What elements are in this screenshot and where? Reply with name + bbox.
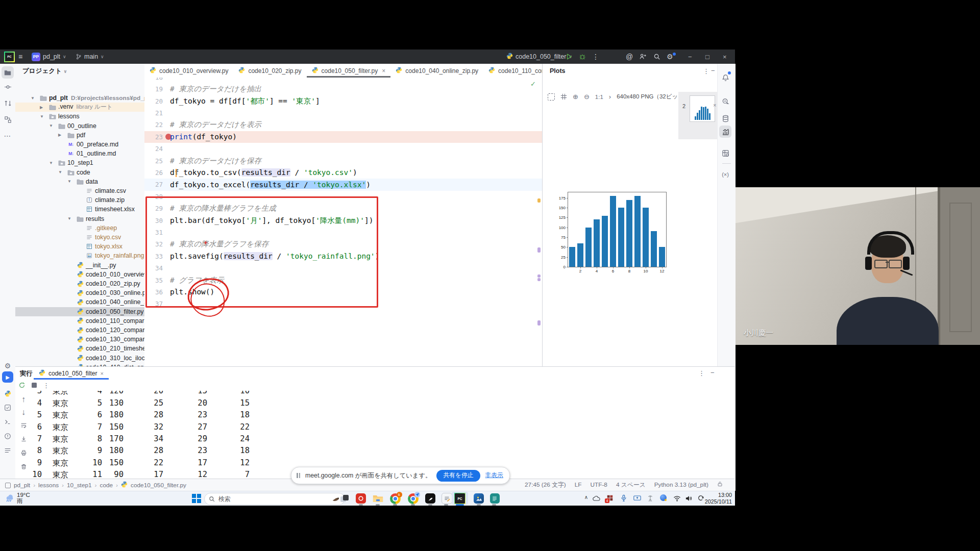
tree-item-code10_050_filter.py[interactable]: code10_050_filter.py bbox=[15, 307, 144, 316]
project-panel-title[interactable]: プロジェクト ∨ bbox=[22, 67, 67, 76]
tree-item-code10_310_loc_iloc.py[interactable]: code10_310_loc_iloc.py bbox=[15, 354, 144, 363]
readonly-lock-icon[interactable] bbox=[717, 481, 723, 487]
indent-style[interactable]: 4 スペース bbox=[616, 481, 646, 489]
python-console-tool-icon[interactable] bbox=[2, 387, 14, 399]
security-tray-icon[interactable]: 4 bbox=[606, 494, 614, 502]
code-line-24[interactable]: 24 bbox=[144, 143, 542, 155]
structure-tool-icon[interactable] bbox=[2, 113, 14, 126]
stop-sharing-button[interactable]: 共有を停止 bbox=[436, 470, 480, 482]
terminal-tool-icon[interactable] bbox=[2, 416, 14, 428]
chrome-profile1-icon[interactable]: k bbox=[388, 493, 402, 504]
scroll-down-icon[interactable]: ↓ bbox=[18, 408, 29, 417]
tree-item-pd_plt[interactable]: ▼pd_pltD:¥projects¥lessons¥pd_plt bbox=[15, 93, 144, 103]
tree-item-10_step1[interactable]: ▼10_step1 bbox=[15, 158, 144, 167]
tree-item-lessons[interactable]: ▼lessons bbox=[15, 112, 144, 121]
chevron-down-icon[interactable]: ▼ bbox=[40, 114, 44, 119]
file-encoding[interactable]: UTF-8 bbox=[590, 481, 607, 489]
weather-widget[interactable]: 19°C雨 bbox=[4, 492, 30, 504]
run-hide-icon[interactable]: − bbox=[710, 369, 715, 377]
services-tool-icon[interactable] bbox=[2, 402, 14, 414]
black-app-icon[interactable] bbox=[424, 493, 437, 504]
sciview-table-icon[interactable] bbox=[719, 147, 731, 159]
tree-item-00_outline[interactable]: ▼00_outline bbox=[15, 121, 144, 131]
zoom-actual-size[interactable]: 1:1 bbox=[595, 94, 603, 100]
print-icon[interactable] bbox=[18, 449, 29, 456]
chrome-profile2-icon[interactable] bbox=[406, 493, 420, 504]
screenshare-tray-icon[interactable] bbox=[633, 494, 641, 504]
database-icon[interactable] bbox=[719, 112, 731, 124]
file-explorer-icon[interactable] bbox=[371, 493, 384, 504]
scroll-up-icon[interactable]: ↑ bbox=[18, 395, 29, 404]
scroll-to-end-icon[interactable] bbox=[18, 436, 29, 442]
tree-item-climate.csv[interactable]: climate.csv bbox=[15, 186, 144, 195]
inspection-ok-icon[interactable]: ✓ bbox=[530, 80, 536, 88]
tree-item-code10_210_timesheet.py[interactable]: code10_210_timesheet.py bbox=[15, 344, 144, 353]
run-tab[interactable]: code10_050_filter × bbox=[34, 367, 109, 380]
problems-tool-icon[interactable] bbox=[2, 430, 14, 442]
tree-item-tokyo.csv[interactable]: tokyo.csv bbox=[15, 233, 144, 242]
notes-app-icon[interactable] bbox=[488, 493, 501, 504]
tree-item-code10_040_online_zip.py[interactable]: code10_040_online_zip.py bbox=[15, 297, 144, 307]
tree-item-data[interactable]: ▼data bbox=[15, 177, 144, 186]
window-minimize-button[interactable]: − bbox=[688, 49, 692, 64]
project-tool-icon[interactable] bbox=[2, 66, 14, 79]
hide-bar-link[interactable]: 非表示 bbox=[485, 471, 503, 480]
breadcrumb-item[interactable]: code10_050_filter.py bbox=[131, 482, 186, 489]
editor-tab-code10_040_online_zip.py[interactable]: code10_040_online_zip.py bbox=[390, 64, 483, 78]
project-widget[interactable]: PP pd_plt ∨ bbox=[32, 49, 66, 64]
main-menu-icon[interactable]: ≡ bbox=[18, 49, 22, 64]
clear-console-icon[interactable] bbox=[18, 463, 29, 470]
chevron-down-icon[interactable]: ▼ bbox=[31, 96, 35, 101]
tree-item-code10_110_compare_2_cities.py[interactable]: code10_110_compare_2_cities.py bbox=[15, 316, 144, 325]
tree-item-code10_030_online.py[interactable]: code10_030_online.py bbox=[15, 288, 144, 297]
tree-item-__init__.py[interactable]: __init__.py bbox=[15, 261, 144, 270]
tree-item-code10_120_compare_4_cities.py[interactable]: code10_120_compare_4_cities.py bbox=[15, 325, 144, 335]
breadcrumb-item[interactable]: code bbox=[100, 482, 113, 489]
plots-tool-icon[interactable] bbox=[719, 126, 731, 138]
microphone-tray-icon[interactable] bbox=[621, 494, 627, 504]
breadcrumb-item[interactable]: lessons bbox=[38, 482, 59, 489]
soft-wrap-icon[interactable] bbox=[18, 422, 29, 429]
code-line-22[interactable]: 22# 東京のデータだけを表示 bbox=[144, 119, 542, 131]
plots-hide-icon[interactable]: − bbox=[711, 67, 715, 74]
tree-item-00_preface.md[interactable]: M↓00_preface.md bbox=[15, 140, 144, 149]
tray-clock[interactable]: 13:002025/10/11 bbox=[705, 492, 732, 505]
breadcrumb-item[interactable]: pd_plt bbox=[14, 482, 30, 489]
plot-thumbnail[interactable] bbox=[690, 95, 715, 122]
tree-item-code10_410_dict_and_json.py[interactable]: code10_410_dict_and_json.py bbox=[15, 363, 144, 366]
code-line-21[interactable]: 21 bbox=[144, 107, 542, 119]
branch-widget[interactable]: main ∨ bbox=[76, 49, 104, 64]
code-line-20[interactable]: 20df_tokyo = df[df['都市'] == '東京'] bbox=[144, 95, 542, 107]
tree-item-pdf[interactable]: ▶pdf bbox=[15, 131, 144, 140]
chevron-down-icon[interactable]: ▼ bbox=[67, 179, 71, 184]
pycharm-app-icon[interactable]: PC bbox=[453, 493, 467, 504]
caret-position[interactable]: 27:45 (26 文字) bbox=[525, 481, 566, 489]
meet-tray-icon[interactable] bbox=[660, 494, 667, 501]
chevron-down-icon[interactable]: ▼ bbox=[49, 123, 53, 128]
statusbar-widget-icon[interactable] bbox=[5, 483, 11, 488]
tree-item-code[interactable]: ▼code bbox=[15, 168, 144, 177]
more-tools-icon[interactable]: ⋯ bbox=[2, 130, 14, 142]
plot-thumbnail-close-icon[interactable]: × bbox=[713, 102, 716, 108]
code-line-27[interactable]: 27df_tokyo.to_excel(results_dir / 'tokyo… bbox=[144, 179, 542, 190]
tree-item-timesheet.xlsx[interactable]: timesheet.xlsx bbox=[15, 205, 144, 214]
notifications-bell-icon[interactable] bbox=[719, 71, 731, 84]
expand-icon[interactable]: › bbox=[609, 93, 611, 101]
stop-icon[interactable] bbox=[32, 383, 37, 388]
onedrive-cloud-icon[interactable] bbox=[592, 494, 600, 504]
code-line-25[interactable]: 25# 東京のデータだけを保存 bbox=[144, 155, 542, 166]
editor-tab-code10_050_filter.py[interactable]: code10_050_filter.py× bbox=[307, 64, 391, 78]
variables-icon[interactable]: (×) bbox=[719, 168, 731, 181]
editor-tab-code10_010_overview.py[interactable]: code10_010_overview.py bbox=[144, 64, 233, 78]
plots-options-icon[interactable]: ⋮ bbox=[703, 67, 709, 75]
tree-item-.venv[interactable]: ▶.venvlibrary ルート bbox=[15, 103, 144, 112]
tree-item-code10_020_zip.py[interactable]: code10_020_zip.py bbox=[15, 279, 144, 288]
chevron-down-icon[interactable]: ▼ bbox=[67, 216, 71, 221]
ime-sync-tray-icon[interactable] bbox=[697, 494, 704, 504]
code-line-18[interactable]: 18 bbox=[144, 78, 542, 83]
settings-gear-icon[interactable]: ⚙ bbox=[667, 49, 673, 64]
tree-item-tokyo.xlsx[interactable]: tokyo.xlsx bbox=[15, 242, 144, 251]
chevron-right-icon[interactable]: ▶ bbox=[40, 105, 43, 110]
run-options-icon[interactable]: ⋮ bbox=[698, 369, 705, 377]
drag-handle-icon[interactable] bbox=[297, 473, 300, 478]
